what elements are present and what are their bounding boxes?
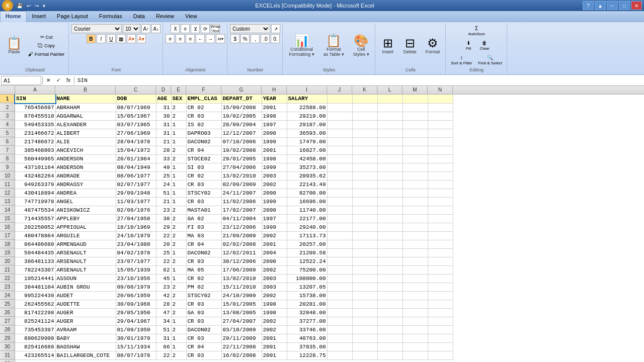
cell-r29-c3[interactable]: 31 (156, 334, 171, 342)
cell-r21-c8[interactable]: 75200.00 (287, 265, 327, 274)
cell-r17-c3[interactable]: 22 (156, 231, 171, 240)
cell-r4-c7[interactable]: 1997 (262, 120, 287, 129)
cell-r5-c1[interactable]: ALIBERT (55, 129, 116, 137)
cell-r22-c12[interactable] (403, 274, 428, 283)
col-header-k[interactable]: K (352, 86, 377, 94)
cell-r3-c12[interactable] (403, 112, 428, 120)
cell-r21-c3[interactable]: 62 (156, 265, 171, 274)
cell-r24-c10[interactable] (352, 291, 377, 300)
cell-r27-c12[interactable] (403, 317, 428, 325)
cell-r16-c5[interactable]: FI 03 (186, 223, 221, 231)
cell-r28-c11[interactable] (377, 325, 403, 334)
row-header-9[interactable]: 9 (0, 163, 15, 171)
cell-r4-c4[interactable]: 1 (171, 120, 186, 129)
cell-r12-c0[interactable]: 430418894 (15, 189, 55, 197)
header-cell-9[interactable] (327, 95, 352, 103)
cell-r29-c6[interactable]: 29/11/2009 (221, 334, 262, 342)
cell-r6-c2[interactable]: 28/04/1978 (116, 137, 156, 146)
cell-r7-c13[interactable] (428, 146, 453, 154)
merge-center-btn[interactable]: M▾ (216, 34, 225, 43)
cell-r20-c11[interactable] (377, 257, 403, 265)
cell-r17-c8[interactable]: 17113.73 (287, 231, 327, 240)
autosum-button[interactable]: Σ AutoSum (466, 24, 488, 38)
cell-r19-c3[interactable]: 25 (156, 248, 171, 257)
cell-r11-c2[interactable]: 02/07/1977 (116, 180, 156, 189)
cell-r2-c13[interactable] (428, 103, 453, 112)
cell-r25-c3[interactable]: 28 (156, 300, 171, 308)
cell-r2-c6[interactable]: 15/09/2008 (221, 103, 262, 112)
cell-r10-c5[interactable]: CR 02 (186, 171, 221, 180)
cell-r7-c8[interactable]: 16827.00 (287, 146, 327, 154)
cell-r7-c1[interactable]: ANCEVICH (55, 146, 116, 154)
cell-r22-c6[interactable]: 13/02/2010 (221, 274, 262, 283)
cell-r26-c4[interactable]: 2 (171, 308, 186, 317)
header-cell-10[interactable] (352, 95, 377, 103)
header-cell-13[interactable] (428, 95, 453, 103)
cell-r25-c5[interactable]: CR 03 (186, 300, 221, 308)
cell-r27-c2[interactable]: 29/04/1967 (116, 317, 156, 325)
increase-decimal-btn[interactable]: .0 (261, 34, 270, 43)
cell-r19-c7[interactable]: 2004 (262, 248, 287, 257)
cell-r3-c2[interactable]: 15/05/1967 (116, 112, 156, 120)
cell-r20-c8[interactable]: 12522.24 (287, 257, 327, 265)
cell-r8-c5[interactable]: STOCE02 (186, 154, 221, 163)
cell-r20-c3[interactable]: 22 (156, 257, 171, 265)
fill-button[interactable]: ⬇ Fill (461, 39, 476, 52)
cell-r8-c13[interactable] (428, 154, 453, 163)
cell-r14-c4[interactable]: 2 (171, 206, 186, 214)
cell-r3-c7[interactable]: 1998 (262, 112, 287, 120)
redo-btn[interactable]: ↪ (33, 3, 40, 9)
conditional-formatting-button[interactable]: 📊 ConditionalFormatting ▾ (285, 33, 318, 58)
cell-r20-c5[interactable]: CR 03 (186, 257, 221, 265)
cell-r12-c12[interactable] (403, 189, 428, 197)
cell-r4-c0[interactable]: 549453335 (15, 120, 55, 129)
cell-r4-c5[interactable]: IS 02 (186, 120, 221, 129)
cell-r9-c4[interactable]: 1 (171, 163, 186, 171)
cell-r17-c4[interactable]: 2 (171, 231, 186, 240)
cell-r21-c11[interactable] (377, 265, 403, 274)
row-header-14[interactable]: 14 (0, 206, 15, 214)
cell-r30-c8[interactable]: 37835.00 (287, 342, 327, 351)
cell-r7-c7[interactable]: 2001 (262, 146, 287, 154)
cell-r30-c6[interactable]: 22/11/2008 (221, 342, 262, 351)
cell-r13-c5[interactable]: CR 03 (186, 197, 221, 206)
cell-r25-c2[interactable]: 30/09/1968 (116, 300, 156, 308)
cell-r26-c7[interactable]: 1998 (262, 308, 287, 317)
cell-r5-c13[interactable] (428, 129, 453, 137)
cell-r19-c1[interactable]: ARSENAULT (55, 248, 116, 257)
cell-r6-c7[interactable]: 1999 (262, 137, 287, 146)
cell-r24-c0[interactable]: 995224439 (15, 291, 55, 300)
cell-r17-c0[interactable]: 480478864 (15, 231, 55, 240)
cell-r29-c7[interactable]: 2001 (262, 334, 287, 342)
cell-r18-c8[interactable]: 20257.00 (287, 240, 327, 248)
cell-r5-c2[interactable]: 27/06/1969 (116, 129, 156, 137)
cell-r31-c9[interactable] (327, 351, 352, 359)
cell-r16-c7[interactable]: 1999 (262, 223, 287, 231)
row-header-2[interactable]: 2 (0, 103, 15, 112)
cell-r3-c5[interactable]: CR 03 (186, 112, 221, 120)
row-header-24[interactable]: 24 (0, 291, 15, 300)
cell-r25-c13[interactable] (428, 300, 453, 308)
cell-r15-c12[interactable] (403, 214, 428, 223)
cell-r25-c9[interactable] (327, 300, 352, 308)
number-expand-btn[interactable]: ↗ (271, 24, 280, 33)
cell-r14-c0[interactable]: 487475534 (15, 206, 55, 214)
cell-r22-c4[interactable]: 1 (171, 274, 186, 283)
align-left-btn[interactable]: ≡ (166, 34, 175, 43)
cell-r29-c10[interactable] (352, 334, 377, 342)
cell-r23-c4[interactable]: 2 (171, 283, 186, 291)
cell-r23-c0[interactable]: 384481104 (15, 283, 55, 291)
cell-r23-c10[interactable] (352, 283, 377, 291)
underline-button[interactable]: U (107, 34, 116, 43)
row-header-4[interactable]: 4 (0, 120, 15, 129)
cell-r18-c10[interactable] (352, 240, 377, 248)
cell-r29-c4[interactable]: 1 (171, 334, 186, 342)
cell-r6-c0[interactable]: 217486672 (15, 137, 55, 146)
cell-r10-c9[interactable] (327, 171, 352, 180)
cell-r9-c5[interactable]: SI 03 (186, 163, 221, 171)
cell-r7-c2[interactable]: 15/04/1972 (116, 146, 156, 154)
header-cell-4[interactable]: SEX (171, 95, 186, 103)
cell-r17-c1[interactable]: ARGUILE (55, 231, 116, 240)
cell-r30-c13[interactable] (428, 342, 453, 351)
cell-r10-c2[interactable]: 08/06/1977 (116, 171, 156, 180)
